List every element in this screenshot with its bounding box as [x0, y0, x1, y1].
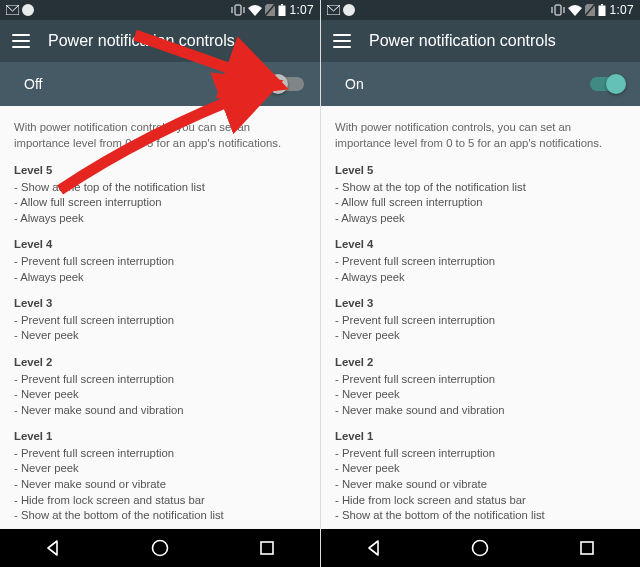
nav-bar — [321, 529, 640, 567]
level-line: - Never peek — [335, 328, 626, 344]
status-clock: 1:07 — [609, 3, 634, 17]
toggle-label: On — [345, 76, 364, 92]
content-body: With power notification controls, you ca… — [321, 106, 640, 529]
level-line: - Prevent full screen interruption — [14, 446, 306, 462]
no-sim-icon — [265, 4, 275, 16]
wifi-icon — [568, 5, 582, 16]
vibrate-icon — [231, 4, 245, 16]
level-block: Level 3- Prevent full screen interruptio… — [335, 296, 626, 344]
level-block: Level 5- Show at the top of the notifica… — [14, 163, 306, 226]
menu-icon[interactable] — [12, 34, 30, 48]
level-title: Level 5 — [14, 163, 306, 179]
level-line: - Prevent full screen interruption — [335, 313, 626, 329]
svg-rect-8 — [261, 542, 273, 554]
level-line: - Prevent full screen interruption — [335, 254, 626, 270]
screen-left: 1:07 Power notification controls Off Wit… — [0, 0, 320, 567]
svg-rect-5 — [281, 4, 283, 6]
page-title: Power notification controls — [369, 32, 556, 50]
level-block: Level 2- Prevent full screen interruptio… — [335, 355, 626, 418]
level-line: - Never make sound and vibration — [14, 403, 306, 419]
intro-text: With power notification controls, you ca… — [335, 120, 626, 151]
nav-recent-button[interactable] — [256, 537, 278, 559]
level-line: - Show at the top of the notification li… — [335, 180, 626, 196]
level-block: Level 1- Prevent full screen interruptio… — [14, 429, 306, 523]
level-title: Level 2 — [14, 355, 306, 371]
toggle-row: On — [321, 62, 640, 106]
power-toggle-switch[interactable] — [270, 77, 304, 91]
status-bar: 1:07 — [321, 0, 640, 20]
pinwheel-icon — [343, 4, 355, 16]
status-bar: 1:07 — [0, 0, 320, 20]
svg-rect-15 — [599, 6, 606, 17]
power-toggle-switch[interactable] — [590, 77, 624, 91]
levels-list: Level 5- Show at the top of the notifica… — [335, 163, 626, 529]
level-line: - Never peek — [14, 387, 306, 403]
vibrate-icon — [551, 4, 565, 16]
nav-bar — [0, 529, 320, 567]
svg-point-7 — [152, 541, 167, 556]
toggle-row: Off — [0, 62, 320, 106]
level-title: Level 1 — [14, 429, 306, 445]
levels-list: Level 5- Show at the top of the notifica… — [14, 163, 306, 529]
level-line: - Always peek — [14, 270, 306, 286]
level-line: - Show at the bottom of the notification… — [335, 508, 626, 524]
level-line: - Prevent full screen interruption — [14, 372, 306, 388]
level-line: - Allow full screen interruption — [335, 195, 626, 211]
level-line: - Prevent full screen interruption — [14, 313, 306, 329]
nav-recent-button[interactable] — [576, 537, 598, 559]
level-title: Level 5 — [335, 163, 626, 179]
level-line: - Always peek — [14, 211, 306, 227]
gmail-icon — [6, 5, 19, 15]
level-block: Level 5- Show at the top of the notifica… — [335, 163, 626, 226]
level-title: Level 1 — [335, 429, 626, 445]
level-title: Level 4 — [14, 237, 306, 253]
battery-icon — [598, 4, 606, 16]
level-line: - Allow full screen interruption — [14, 195, 306, 211]
level-line: - Never peek — [14, 461, 306, 477]
level-line: - Never make sound or vibrate — [14, 477, 306, 493]
level-line: - Never peek — [14, 328, 306, 344]
level-line: - Show at the bottom of the notification… — [14, 508, 306, 524]
nav-back-button[interactable] — [363, 537, 385, 559]
nav-back-button[interactable] — [42, 537, 64, 559]
svg-point-16 — [473, 541, 488, 556]
level-block: Level 4- Prevent full screen interruptio… — [14, 237, 306, 285]
level-line: - Show at the top of the notification li… — [14, 180, 306, 196]
status-clock: 1:07 — [289, 3, 314, 17]
svg-rect-14 — [601, 4, 603, 6]
level-line: - Always peek — [335, 211, 626, 227]
level-line: - Never make sound and vibration — [335, 403, 626, 419]
level-line: - Hide from lock screen and status bar — [335, 493, 626, 509]
screen-right: 1:07 Power notification controls On With… — [320, 0, 640, 567]
svg-rect-10 — [555, 5, 561, 15]
gmail-icon — [327, 5, 340, 15]
level-title: Level 3 — [335, 296, 626, 312]
level-line: - Prevent full screen interruption — [335, 372, 626, 388]
app-bar: Power notification controls — [321, 20, 640, 62]
battery-icon — [278, 4, 286, 16]
nav-home-button[interactable] — [149, 537, 171, 559]
svg-rect-1 — [235, 5, 241, 15]
level-line: - Never peek — [335, 387, 626, 403]
level-line: - Never make sound or vibrate — [335, 477, 626, 493]
level-line: - Prevent full screen interruption — [335, 446, 626, 462]
app-bar: Power notification controls — [0, 20, 320, 62]
level-line: - Hide from lock screen and status bar — [14, 493, 306, 509]
svg-rect-17 — [581, 542, 593, 554]
level-block: Level 1- Prevent full screen interruptio… — [335, 429, 626, 523]
pinwheel-icon — [22, 4, 34, 16]
level-title: Level 4 — [335, 237, 626, 253]
toggle-label: Off — [24, 76, 42, 92]
level-block: Level 4- Prevent full screen interruptio… — [335, 237, 626, 285]
level-line: - Never peek — [335, 461, 626, 477]
svg-rect-6 — [279, 6, 286, 17]
page-title: Power notification controls — [48, 32, 235, 50]
level-block: Level 3- Prevent full screen interruptio… — [14, 296, 306, 344]
menu-icon[interactable] — [333, 34, 351, 48]
wifi-icon — [248, 5, 262, 16]
level-title: Level 2 — [335, 355, 626, 371]
content-body: With power notification controls, you ca… — [0, 106, 320, 529]
level-line: - Prevent full screen interruption — [14, 254, 306, 270]
nav-home-button[interactable] — [469, 537, 491, 559]
no-sim-icon — [585, 4, 595, 16]
